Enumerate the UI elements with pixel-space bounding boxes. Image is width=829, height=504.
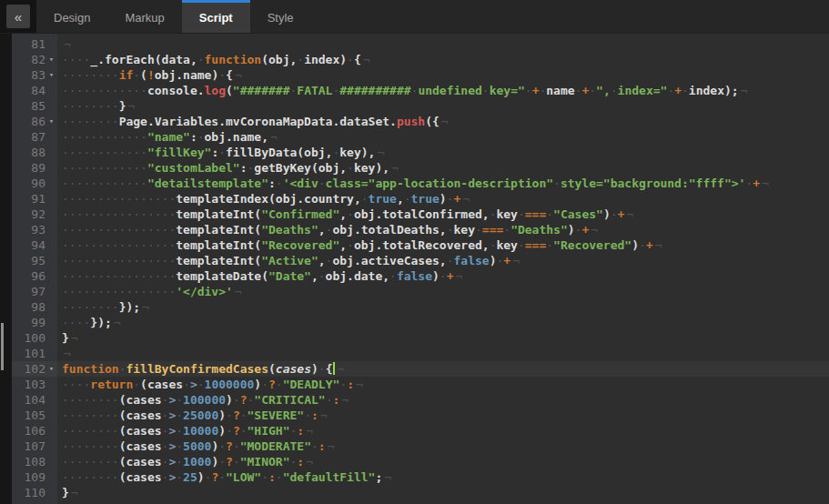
code-text[interactable]: }¬: [57, 485, 829, 500]
code-line[interactable]: 95················templateInt("Active",·…: [12, 253, 829, 268]
code-text[interactable]: }¬: [57, 330, 829, 346]
tab-design[interactable]: Design: [36, 0, 107, 33]
code-text[interactable]: ········(cases·>·100000)·?·"CRITICAL"·:¬: [57, 392, 829, 408]
gutter: 101: [12, 346, 57, 361]
code-line[interactable]: 88············"fillKey":·fillByData(obj,…: [12, 145, 829, 160]
code-line[interactable]: 92················templateInt("Confirmed…: [12, 207, 829, 222]
code-text[interactable]: ········if·(!obj.name)·{¬: [57, 67, 829, 83]
code-text[interactable]: ¬: [57, 36, 829, 52]
code-text[interactable]: ········Page.Variables.mvCoronaMapData.d…: [57, 114, 829, 129]
tab-label: Style: [268, 11, 294, 25]
fold-arrow-icon[interactable]: ▾: [45, 361, 57, 377]
line-number: 93: [31, 222, 45, 237]
code-text[interactable]: ········(cases·>·25000)·?·"SEVERE"·:¬: [57, 408, 829, 423]
code-line[interactable]: 105········(cases·>·25000)·?·"SEVERE"·:¬: [12, 408, 829, 423]
code-line[interactable]: 108········(cases·>·1000)·?·"MINOR"·:¬: [12, 454, 829, 469]
line-number: 91: [31, 191, 45, 207]
code-text[interactable]: ················templateInt("Deaths",·ob…: [57, 222, 829, 237]
whitespace-dots: ·: [682, 84, 689, 97]
gutter: 99: [12, 315, 57, 330]
line-number: 104: [25, 392, 45, 408]
code-line[interactable]: 102▾function·fillByConfirmedCases(cases)…: [12, 361, 829, 377]
code-line[interactable]: 90············"detailstemplate":·'<div·c…: [12, 176, 829, 191]
editor-tab-bar: « DesignMarkupScriptStyle: [0, 0, 829, 34]
code-text[interactable]: ············"name":·obj.name,¬: [57, 129, 829, 145]
code-line[interactable]: 93················templateInt("Deaths",·…: [12, 222, 829, 237]
code-line[interactable]: 101¬: [12, 346, 829, 361]
code-line[interactable]: 109········(cases·>·25)·?·"LOW"·:·"defau…: [12, 469, 829, 485]
code-text[interactable]: ················templateIndex(obj.countr…: [57, 191, 829, 207]
code-text[interactable]: ················templateInt("Recovered",…: [57, 237, 829, 253]
code-line[interactable]: 85········}¬: [12, 98, 829, 114]
code-text[interactable]: ········(cases·>·5000)·?·"MODERATE"·:¬: [57, 438, 829, 454]
code-line[interactable]: 89············"customLabel":·getByKey(ob…: [12, 160, 829, 176]
code-line[interactable]: 94················templateInt("Recovered…: [12, 237, 829, 253]
scrollbar-thumb[interactable]: [1, 323, 4, 370]
whitespace-dots: ·: [226, 424, 233, 438]
code-text[interactable]: ················templateInt("Active",·ob…: [57, 253, 829, 268]
chevron-double-left-icon: «: [15, 10, 22, 24]
eol-mark: ¬: [335, 362, 344, 376]
tab-label: Markup: [125, 11, 164, 25]
tab-script[interactable]: Script: [182, 0, 250, 33]
code-text[interactable]: ················'</div>'¬: [57, 284, 829, 299]
code-line[interactable]: 83▾········if·(!obj.name)·{¬: [12, 67, 829, 83]
whitespace-dots: ·: [276, 378, 283, 391]
code-text[interactable]: ········(cases·>·10000)·?·"HIGH"·:¬: [57, 423, 829, 438]
code-text[interactable]: ············"fillKey":·fillByData(obj,·k…: [57, 145, 829, 160]
fold-arrow-icon[interactable]: ▾: [45, 52, 57, 67]
code-text[interactable]: ················templateInt("Confirmed",…: [57, 207, 829, 222]
code-line[interactable]: 103····return·(cases·>·1000000)·?·"DEADL…: [12, 377, 829, 392]
code-line[interactable]: 100}¬: [12, 330, 829, 346]
line-number: 96: [31, 268, 45, 284]
code-text[interactable]: ····});¬: [57, 315, 829, 330]
code-line[interactable]: 104········(cases·>·100000)·?·"CRITICAL"…: [12, 392, 829, 408]
gutter: 89: [12, 160, 57, 176]
code-line[interactable]: 91················templateIndex(obj.coun…: [12, 191, 829, 207]
code-text[interactable]: ········});¬: [57, 299, 829, 315]
code-text[interactable]: ····_.forEach(data,·function(obj,·index)…: [57, 52, 829, 67]
gutter: 88: [12, 145, 57, 160]
code-line[interactable]: 106········(cases·>·10000)·?·"HIGH"·:¬: [12, 423, 829, 438]
code-line[interactable]: 107········(cases·>·5000)·?·"MODERATE"·:…: [12, 438, 829, 454]
fold-arrow-icon[interactable]: ▾: [45, 114, 57, 129]
whitespace-dots: ········: [62, 393, 119, 407]
code-line[interactable]: 99····});¬: [12, 315, 829, 330]
code-line[interactable]: 96················templateDate("Date",·o…: [12, 268, 829, 284]
whitespace-dots: ········: [62, 115, 119, 128]
tab-style[interactable]: Style: [250, 0, 311, 33]
code-text[interactable]: ············"customLabel":·getByKey(obj,…: [57, 160, 829, 176]
code-line[interactable]: 87············"name":·obj.name,¬: [12, 129, 829, 145]
code-text[interactable]: ············console.log("#######·FATAL·#…: [57, 83, 829, 98]
code-text[interactable]: ····return·(cases·>·1000000)·?·"DEADLY"·…: [57, 377, 829, 392]
tab-markup[interactable]: Markup: [107, 0, 181, 33]
code-line[interactable]: 110}¬: [12, 485, 829, 500]
whitespace-dots: ·: [276, 176, 283, 190]
whitespace-dots: ·: [546, 207, 553, 221]
code-text[interactable]: ········(cases·>·1000)·?·"MINOR"·:¬: [57, 454, 829, 469]
code-line[interactable]: 86▾········Page.Variables.mvCoronaMapDat…: [12, 114, 829, 129]
fold-arrow-icon[interactable]: ▾: [45, 67, 57, 83]
code-line[interactable]: 82▾····_.forEach(data,·function(obj,·ind…: [12, 52, 829, 67]
code-line[interactable]: 97················'</div>'¬: [12, 284, 829, 299]
whitespace-dots: ·: [261, 378, 268, 391]
code-line[interactable]: 81¬: [12, 36, 829, 52]
code-line[interactable]: 84············console.log("#######·FATAL…: [12, 83, 829, 98]
whitespace-dots: ·: [176, 424, 183, 438]
whitespace-dots: ····: [62, 316, 90, 329]
whitespace-dots: ·: [261, 470, 268, 484]
code-text[interactable]: ········}¬: [57, 98, 829, 114]
gutter: 93: [12, 222, 57, 237]
code-line[interactable]: 98········});¬: [12, 299, 829, 315]
code-text[interactable]: ········(cases·>·25)·?·"LOW"·:·"defaultF…: [57, 469, 829, 485]
line-number: 82: [31, 52, 45, 67]
code-editor[interactable]: 81¬82▾····_.forEach(data,·function(obj,·…: [0, 34, 829, 504]
code-text[interactable]: ················templateDate("Date",·obj…: [57, 268, 829, 284]
collapse-sidebar-button[interactable]: «: [6, 5, 30, 28]
code-text[interactable]: ¬: [57, 346, 829, 361]
eol-mark: ¬: [739, 84, 748, 97]
script-editor-window: « DesignMarkupScriptStyle 81¬82▾····_.fo…: [0, 0, 829, 504]
gutter: 91: [12, 191, 57, 207]
code-text[interactable]: ············"detailstemplate":·'<div·cla…: [57, 176, 829, 191]
code-text[interactable]: function·fillByConfirmedCases(cases)·{¬: [57, 361, 829, 377]
